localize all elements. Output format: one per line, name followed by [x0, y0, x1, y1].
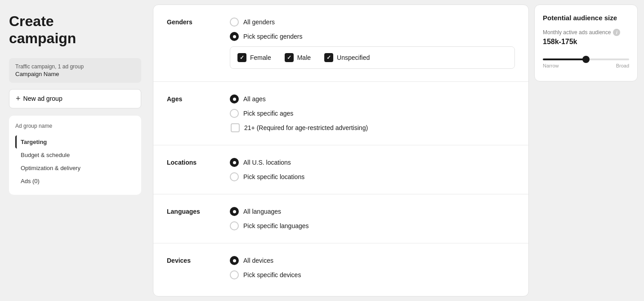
female-label: Female: [250, 54, 271, 61]
age-restricted-label: 21+ (Required for age-restricted adverti…: [244, 124, 368, 131]
devices-options: All devices Pick specific devices: [230, 256, 515, 279]
pick-devices-option[interactable]: Pick specific devices: [230, 270, 515, 279]
all-ages-option[interactable]: All ages: [230, 94, 515, 103]
languages-options: All languages Pick specific languages: [230, 207, 515, 230]
audience-label: Monthly active ads audience i: [543, 29, 629, 36]
slider-track: [543, 58, 629, 60]
pick-languages-option[interactable]: Pick specific languages: [230, 221, 515, 230]
unspecified-label: Unspecified: [337, 54, 370, 61]
sidebar-item-optimization[interactable]: Optimization & delivery: [15, 162, 135, 175]
pick-devices-radio: [230, 270, 239, 279]
male-label: Male: [297, 54, 311, 61]
female-checkbox-box: ✓: [237, 53, 246, 62]
pick-ages-radio-label: Pick specific ages: [243, 110, 293, 117]
slider-narrow-label: Narrow: [543, 63, 559, 68]
campaign-type: Traffic campaign, 1 ad group: [15, 63, 135, 70]
ad-group-card: Ad group name Targeting Budget & schedul…: [9, 116, 141, 195]
page-title: Create campaign: [9, 13, 141, 47]
all-devices-radio-label: All devices: [243, 257, 273, 264]
genders-section: Genders All genders Pick specific gender…: [153, 5, 528, 82]
nav-menu: Targeting Budget & schedule Optimization…: [15, 135, 135, 188]
all-genders-option[interactable]: All genders: [230, 18, 515, 27]
all-ages-radio-label: All ages: [243, 95, 266, 103]
devices-section: Devices All devices Pick specific device…: [153, 243, 528, 292]
all-devices-radio: [230, 256, 239, 265]
unspecified-checkmark: ✓: [326, 54, 331, 61]
pick-genders-radio: [230, 32, 239, 41]
new-ad-group-label: New ad group: [23, 95, 63, 102]
all-locations-radio: [230, 158, 239, 167]
all-genders-radio-label: All genders: [243, 18, 275, 26]
info-icon[interactable]: i: [613, 29, 620, 36]
unspecified-checkbox[interactable]: ✓ Unspecified: [324, 53, 370, 62]
male-checkbox-box: ✓: [285, 53, 294, 62]
slider-thumb[interactable]: [582, 56, 590, 63]
locations-options: All U.S. locations Pick specific locatio…: [230, 158, 515, 181]
all-locations-radio-label: All U.S. locations: [243, 159, 291, 166]
genders-label: Genders: [167, 18, 212, 69]
campaign-info: Traffic campaign, 1 ad group Campaign Na…: [9, 58, 141, 83]
all-locations-option[interactable]: All U.S. locations: [230, 158, 515, 167]
languages-section: Languages All languages Pick specific la…: [153, 194, 528, 243]
male-checkmark: ✓: [287, 54, 291, 61]
devices-label: Devices: [167, 256, 212, 279]
pick-languages-radio-label: Pick specific languages: [243, 222, 309, 229]
locations-section: Locations All U.S. locations Pick specif…: [153, 145, 528, 194]
pick-locations-option[interactable]: Pick specific locations: [230, 172, 515, 181]
pick-locations-radio: [230, 172, 239, 181]
all-devices-option[interactable]: All devices: [230, 256, 515, 265]
pick-genders-option[interactable]: Pick specific genders: [230, 32, 515, 41]
slider-broad-label: Broad: [616, 63, 629, 68]
audience-value: 158k-175k: [543, 38, 629, 46]
targeting-panel: Genders All genders Pick specific gender…: [153, 4, 529, 297]
age-restricted-option[interactable]: 21+ (Required for age-restricted adverti…: [231, 123, 515, 132]
slider-fill: [543, 58, 586, 60]
female-checkmark: ✓: [240, 54, 244, 61]
all-ages-radio: [230, 94, 239, 103]
ad-group-name-label: Ad group name: [15, 123, 135, 129]
ages-label: Ages: [167, 94, 212, 132]
audience-label-text: Monthly active ads audience: [543, 29, 611, 36]
audience-title: Potential audience size: [543, 14, 629, 22]
all-languages-option[interactable]: All languages: [230, 207, 515, 216]
genders-options: All genders Pick specific genders ✓ Fema…: [230, 18, 515, 69]
pick-languages-radio: [230, 221, 239, 230]
unspecified-checkbox-box: ✓: [324, 53, 333, 62]
pick-locations-radio-label: Pick specific locations: [243, 173, 304, 180]
gender-checkboxes: ✓ Female ✓ Male ✓ Unspecifi: [230, 46, 515, 69]
age-restricted-checkbox: [231, 123, 240, 132]
pick-genders-radio-label: Pick specific genders: [243, 33, 303, 40]
slider-labels: Narrow Broad: [543, 63, 629, 68]
plus-icon: +: [16, 94, 21, 103]
ages-options: All ages Pick specific ages 21+ (Require…: [230, 94, 515, 132]
all-languages-radio: [230, 207, 239, 216]
sidebar-item-targeting[interactable]: Targeting: [15, 135, 135, 148]
pick-ages-option[interactable]: Pick specific ages: [230, 109, 515, 118]
female-checkbox[interactable]: ✓ Female: [237, 53, 271, 62]
pick-ages-radio: [230, 109, 239, 118]
audience-panel: Potential audience size Monthly active a…: [534, 4, 638, 81]
audience-slider[interactable]: Narrow Broad: [543, 55, 629, 72]
ages-section: Ages All ages Pick specific ages 21+ (Re…: [153, 82, 528, 145]
all-genders-radio: [230, 18, 239, 27]
sidebar-item-budget[interactable]: Budget & schedule: [15, 148, 135, 162]
pick-devices-radio-label: Pick specific devices: [243, 271, 301, 279]
campaign-name: Campaign Name: [15, 71, 135, 77]
locations-label: Locations: [167, 158, 212, 181]
main-content: Genders All genders Pick specific gender…: [148, 0, 644, 301]
sidebar: Create campaign Traffic campaign, 1 ad g…: [0, 0, 148, 301]
sidebar-item-ads[interactable]: Ads (0): [15, 175, 135, 188]
male-checkbox[interactable]: ✓ Male: [285, 53, 311, 62]
new-ad-group-button[interactable]: + New ad group: [9, 89, 141, 108]
all-languages-radio-label: All languages: [243, 208, 281, 215]
languages-label: Languages: [167, 207, 212, 230]
